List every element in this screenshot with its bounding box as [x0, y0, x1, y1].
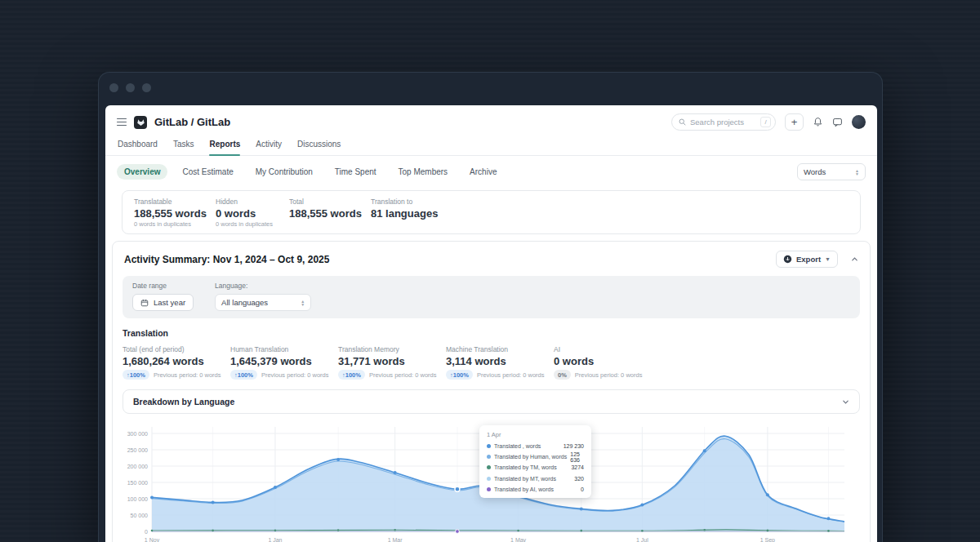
page-title: GitLab / GitLab: [154, 116, 230, 128]
window-control-dot[interactable]: [142, 83, 151, 92]
translation-stat-total-end-of-period: Total (end of period) 1,680,264 words ↑1…: [122, 345, 230, 380]
translation-stat-machine-translation: Machine Translation 3,114 words ↑100% Pr…: [446, 345, 554, 380]
app-header: GitLab / GitLab / +: [105, 105, 877, 134]
tooltip-date: 1 Apr: [487, 431, 584, 438]
svg-text:1 May: 1 May: [510, 537, 527, 542]
chart-tooltip: 1 Apr Translated , words 129 230 Transla…: [479, 425, 591, 498]
report-tabs: OverviewCost EstimateMy ContributionTime…: [105, 156, 877, 180]
tooltip-row: Translated by TM, words 3274: [487, 462, 584, 473]
translation-stat-translation-memory: Translation Memory 31,771 words ↑100% Pr…: [338, 345, 446, 380]
tooltip-row: Translated by MT, words 320: [487, 473, 584, 484]
change-badge: ↑100%: [446, 370, 473, 380]
chevron-down-icon: [842, 398, 849, 406]
project-words-summary: Translatable 188,555 words 0 words in du…: [122, 190, 861, 234]
select-caret-icon: ▲▼: [855, 169, 859, 175]
project-nav-tabs: DashboardTasksReportsActivityDiscussions: [105, 134, 877, 156]
svg-text:1 Sep: 1 Sep: [760, 537, 775, 542]
summary-stat-translation-to: Translation to 81 languages: [371, 198, 452, 228]
series-dot-icon: [487, 465, 491, 469]
report-tab-archive[interactable]: Archive: [462, 164, 504, 180]
calendar-icon: [140, 299, 149, 307]
export-caret-icon: ▼: [825, 256, 831, 262]
bell-icon: [813, 117, 823, 127]
unit-select[interactable]: Words ▲▼: [797, 163, 866, 180]
chevron-up-icon: [851, 255, 858, 263]
translation-stat-human-translation: Human Translation 1,645,379 words ↑100% …: [230, 345, 338, 380]
search-box[interactable]: /: [671, 113, 776, 131]
browser-window: GitLab / GitLab / +: [98, 72, 883, 542]
language-filter: Language: All languages ▲▼: [215, 282, 311, 311]
translation-stats: Total (end of period) 1,680,264 words ↑1…: [122, 345, 860, 380]
report-tab-top-members[interactable]: Top Members: [391, 164, 456, 180]
date-range-value: Last year: [154, 298, 185, 307]
summary-stat-hidden: Hidden 0 words 0 words in duplicates: [216, 198, 289, 228]
project-logo: [134, 116, 147, 129]
svg-text:250 000: 250 000: [127, 447, 148, 453]
nav-tab-activity[interactable]: Activity: [256, 140, 282, 155]
tooltip-row: Translated , words 129 230: [487, 441, 584, 451]
svg-text:1 Mar: 1 Mar: [388, 537, 403, 542]
window-control-dot[interactable]: [126, 83, 135, 92]
user-avatar[interactable]: [852, 115, 866, 129]
select-caret-icon: ▲▼: [301, 300, 305, 306]
series-dot-icon: [487, 455, 491, 459]
hamburger-menu-icon[interactable]: [117, 118, 127, 126]
translation-section: Translation Total (end of period) 1,680,…: [122, 328, 860, 380]
summary-stat-translatable: Translatable 188,555 words 0 words in du…: [134, 198, 216, 228]
breakdown-by-language-toggle[interactable]: Breakdown by Language: [122, 389, 860, 414]
notifications-button[interactable]: [813, 117, 823, 127]
export-button[interactable]: Export ▼: [776, 251, 838, 268]
app-panel: GitLab / GitLab / +: [105, 105, 877, 542]
date-range-label: Date range: [132, 282, 194, 290]
date-range-filter: Date range Last year: [132, 282, 194, 311]
search-icon: [679, 118, 686, 126]
report-tab-overview[interactable]: Overview: [117, 164, 167, 180]
window-control-dot[interactable]: [109, 83, 118, 92]
svg-text:150 000: 150 000: [127, 480, 148, 486]
series-dot-icon: [487, 444, 491, 448]
language-label: Language:: [215, 282, 311, 290]
report-tab-time-spent[interactable]: Time Spent: [327, 164, 384, 180]
svg-text:50 000: 50 000: [131, 513, 149, 518]
export-label: Export: [796, 255, 821, 264]
nav-tab-discussions[interactable]: Discussions: [297, 140, 341, 155]
search-shortcut-hint: /: [760, 117, 771, 127]
filter-bar: Date range Last year Language:: [122, 276, 860, 318]
change-badge: ↑100%: [338, 370, 365, 380]
translation-stat-ai: AI 0 words 0% Previous period: 0 words: [554, 345, 662, 380]
activity-summary-card: Activity Summary: Nov 1, 2024 – Oct 9, 2…: [112, 241, 871, 542]
svg-text:200 000: 200 000: [127, 464, 148, 469]
report-tab-cost-estimate[interactable]: Cost Estimate: [175, 164, 240, 180]
svg-text:1 Jan: 1 Jan: [268, 537, 282, 542]
messages-button[interactable]: [832, 117, 843, 127]
unit-select-value: Words: [804, 167, 826, 176]
series-dot-icon: [487, 487, 491, 491]
tooltip-row: Translated by Human, words 125 636: [487, 451, 584, 462]
change-badge: ↑100%: [230, 370, 257, 380]
chat-icon: [832, 117, 843, 127]
summary-stat-total: Total 188,555 words: [289, 198, 371, 228]
report-tab-my-contribution[interactable]: My Contribution: [248, 164, 320, 180]
add-button[interactable]: +: [785, 113, 804, 131]
window-controls: [109, 83, 151, 92]
nav-tab-dashboard[interactable]: Dashboard: [118, 140, 158, 155]
activity-chart-area: 1 Nov1 Jan1 Mar1 May1 Jul1 Sep300 000250…: [122, 420, 860, 542]
export-download-icon: [783, 255, 792, 264]
translation-section-label: Translation: [122, 328, 860, 338]
search-input[interactable]: [690, 118, 756, 127]
svg-text:300 000: 300 000: [127, 431, 148, 437]
collapse-section-button[interactable]: [851, 255, 858, 263]
language-select[interactable]: All languages ▲▼: [215, 294, 311, 311]
activity-summary-title: Activity Summary: Nov 1, 2024 – Oct 9, 2…: [124, 254, 329, 265]
gitlab-tanuki-icon: [136, 118, 145, 127]
nav-tab-reports[interactable]: Reports: [209, 140, 240, 155]
change-badge: 0%: [554, 370, 571, 380]
nav-tab-tasks[interactable]: Tasks: [173, 140, 194, 155]
svg-text:1 Jul: 1 Jul: [636, 537, 648, 542]
svg-text:1 Nov: 1 Nov: [145, 537, 160, 542]
change-badge: ↑100%: [122, 370, 149, 380]
tooltip-row: Translated by AI, words 0: [487, 484, 584, 495]
svg-text:100 000: 100 000: [127, 496, 148, 502]
series-dot-icon: [487, 477, 491, 481]
date-range-button[interactable]: Last year: [132, 294, 194, 311]
